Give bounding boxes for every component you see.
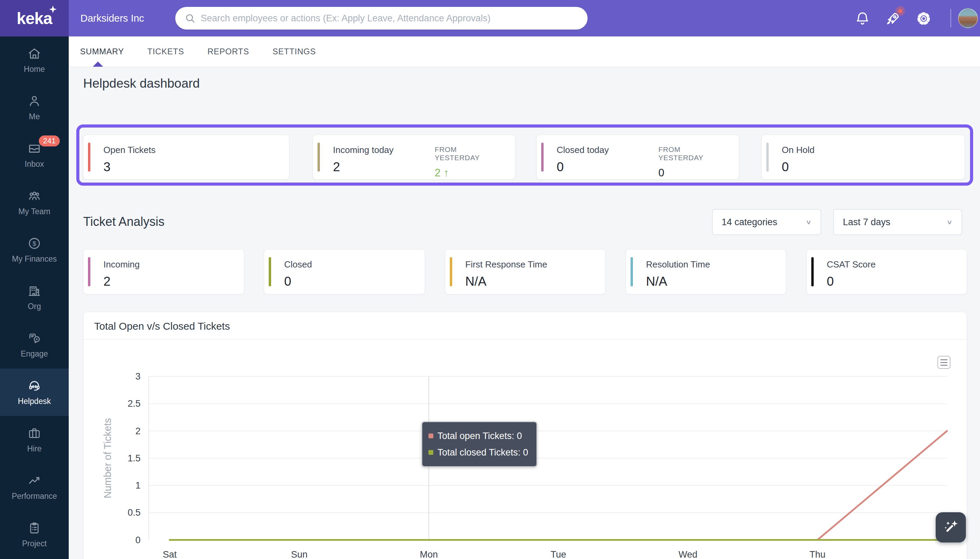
sidebar-item-helpdesk[interactable]: Helpdesk — [0, 369, 69, 416]
tab-settings[interactable]: SETTINGS — [272, 47, 316, 56]
svg-text:1: 1 — [135, 480, 140, 491]
metric-card-resolution-time: Resolution Time N/A — [626, 249, 786, 294]
settings-gear-icon[interactable] — [916, 10, 932, 27]
company-name: Darksiders Inc — [81, 0, 144, 36]
from-yesterday-label: FROM YESTERDAY — [435, 146, 480, 162]
sidebar-item-org[interactable]: Org — [0, 274, 69, 321]
tooltip-row: Total open Tickets: 0 — [429, 428, 528, 444]
svg-text:Wed: Wed — [678, 549, 697, 559]
categories-dropdown[interactable]: 14 categories ∨ — [712, 209, 821, 235]
global-search[interactable] — [175, 7, 587, 30]
card-label: Incoming — [104, 259, 140, 270]
content: Helpdesk dashboard Open Tickets 3 Incomi… — [69, 68, 980, 559]
sidebar-item-my-finances[interactable]: $ My Finances — [0, 226, 69, 274]
sidebar-item-my-team[interactable]: My Team — [0, 179, 69, 226]
card-accent-bar — [269, 257, 271, 286]
svg-text:2.5: 2.5 — [127, 399, 140, 409]
sidebar-item-label: Org — [28, 302, 41, 311]
keka-logo[interactable]: keka — [0, 0, 69, 36]
svg-text:Thu: Thu — [810, 549, 826, 559]
card-accent-bar — [811, 257, 814, 286]
card-value: 2 — [104, 275, 111, 289]
date-range-dropdown[interactable]: Last 7 days ∨ — [833, 209, 962, 235]
card-label: Incoming today — [333, 145, 393, 155]
sidebar-item-label: Inbox — [25, 159, 44, 169]
card-on-hold: On Hold 0 — [761, 135, 965, 179]
sidebar-item-project[interactable]: Project — [0, 511, 69, 558]
svg-text:3: 3 — [135, 371, 140, 382]
team-icon — [27, 189, 41, 203]
chart-card: Total Open v/s Closed Tickets 00.511.522… — [83, 312, 967, 559]
svg-text:$: $ — [33, 240, 36, 247]
tab-tickets[interactable]: TICKETS — [147, 47, 184, 56]
sidebar-item-performance[interactable]: Performance — [0, 463, 69, 511]
card-value: 0 — [284, 275, 291, 289]
page-title: Helpdesk dashboard — [83, 76, 200, 91]
chart-tooltip: Total open Tickets: 0Total closed Ticket… — [422, 422, 537, 467]
card-incoming-today: Incoming today 2 FROM YESTERDAY 2 ↑ — [313, 135, 515, 179]
tab-reports[interactable]: REPORTS — [208, 47, 249, 56]
card-label: Closed — [284, 259, 312, 270]
svg-text:Sat: Sat — [163, 549, 177, 559]
card-value: 3 — [104, 160, 111, 174]
tab-summary[interactable]: SUMMARY — [80, 47, 124, 56]
sidebar-item-label: Project — [22, 539, 47, 548]
card-value: N/A — [646, 275, 667, 289]
finances-dollar-icon: $ — [27, 236, 41, 251]
sidebar-item-label: My Finances — [12, 255, 57, 264]
sidebar-item-label: Home — [24, 64, 45, 74]
card-value: 0 — [782, 160, 789, 174]
performance-trend-icon — [27, 473, 41, 488]
user-avatar[interactable] — [958, 8, 978, 28]
metric-card-incoming: Incoming 2 — [83, 249, 244, 294]
sidebar-item-label: Performance — [12, 491, 57, 501]
sidebar-item-me[interactable]: Me — [0, 84, 69, 131]
svg-text:Sun: Sun — [291, 549, 307, 559]
main-area: SUMMARY TICKETS REPORTS SETTINGS Helpdes… — [69, 36, 980, 559]
chart-title: Total Open v/s Closed Tickets — [94, 321, 230, 332]
card-label: First Response Time — [465, 259, 547, 270]
topbar-divider — [950, 9, 951, 28]
project-clipboard-icon — [27, 521, 41, 535]
from-yesterday-label: FROM YESTERDAY — [658, 146, 703, 162]
whats-new-rocket-button[interactable] — [884, 10, 901, 27]
me-person-icon — [27, 94, 41, 108]
logo-text: keka — [17, 9, 52, 28]
sidebar-item-inbox[interactable]: 241 Inbox — [0, 131, 69, 179]
svg-text:Tue: Tue — [551, 549, 566, 559]
sidebar-item-hire[interactable]: Hire — [0, 416, 69, 463]
card-accent-bar — [88, 143, 91, 172]
from-yesterday-value: 0 — [658, 167, 727, 179]
sidebar-item-home[interactable]: Home — [0, 36, 69, 84]
card-accent-bar — [630, 257, 633, 286]
assistant-fab[interactable] — [935, 512, 966, 542]
sidebar-item-label: Me — [29, 112, 40, 121]
card-label: Closed today — [557, 145, 609, 155]
card-closed-today: Closed today 0 FROM YESTERDAY 0 — [536, 135, 739, 179]
svg-text:Mon: Mon — [420, 549, 438, 559]
engage-chat-icon — [27, 331, 41, 346]
helpdesk-headset-icon — [27, 379, 41, 393]
card-value: 2 — [333, 160, 340, 174]
topbar: keka Darksiders Inc — [0, 0, 980, 36]
card-open-tickets: Open Tickets 3 — [83, 135, 289, 179]
sidebar-item-engage[interactable]: Engage — [0, 321, 69, 369]
ticket-analysis-title: Ticket Analysis — [83, 215, 165, 229]
card-value: N/A — [465, 275, 487, 289]
notification-dot — [897, 8, 904, 15]
org-building-icon — [27, 284, 41, 298]
search-icon — [184, 12, 196, 24]
metric-card-closed: Closed 0 — [264, 249, 425, 294]
card-accent-bar — [317, 143, 320, 172]
chevron-down-icon: ∨ — [946, 219, 952, 225]
notifications-bell-icon[interactable] — [854, 10, 871, 27]
sidebar-item-label: My Team — [18, 207, 51, 216]
svg-text:Number of Tickets: Number of Tickets — [102, 418, 113, 498]
search-input[interactable] — [201, 13, 587, 24]
tooltip-row: Total closed Tickets: 0 — [429, 444, 528, 461]
magic-wand-icon — [940, 517, 961, 538]
svg-text:0: 0 — [135, 535, 140, 545]
sidebar-item-label: Hire — [27, 444, 41, 453]
metric-card-csat-score: CSAT Score 0 — [807, 249, 967, 294]
inbox-badge: 241 — [39, 136, 60, 146]
